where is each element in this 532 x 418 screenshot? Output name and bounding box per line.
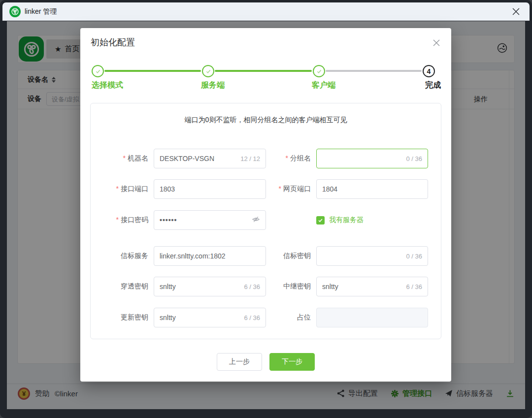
char-counter: 0 / 36 [406, 155, 422, 162]
config-form-panel: 端口为0则不监听，相同分组名之间的客户端相互可见 *机器名 DESKTOP-VS… [90, 103, 441, 339]
linker-logo-icon [9, 6, 21, 17]
beacon-key-label: 信标密钥 [266, 252, 311, 260]
dialog-title: 初始化配置 [91, 36, 135, 48]
char-counter: 0 / 36 [406, 253, 422, 260]
form-row: *机器名 DESKTOP-VSGN 12 / 12 *分组名 0 / 36 [91, 149, 441, 168]
char-counter: 6 / 36 [406, 283, 422, 290]
step-4-label: 完成 [405, 80, 441, 91]
form-row: 更新密钥 snltty 6 / 36 占位 [91, 308, 441, 327]
window-title: linker 管理 [25, 7, 57, 16]
char-counter: 12 / 12 [240, 155, 260, 162]
next-step-button[interactable]: 下一步 [269, 353, 315, 371]
punch-key-input[interactable]: snltty 6 / 36 [154, 277, 266, 296]
group-name-input[interactable]: 0 / 36 [316, 149, 428, 168]
form-hint-text: 端口为0则不监听，相同分组名之间的客户端相互可见 [91, 116, 441, 125]
char-counter: 6 / 36 [244, 314, 260, 322]
update-key-label: 更新密钥 [91, 313, 148, 322]
step-line-done [215, 70, 312, 72]
step-3-label: 客户端 [312, 80, 335, 91]
web-port-label: *网页端口 [266, 185, 311, 193]
checkbox-checked-icon [316, 216, 325, 225]
beacon-service-input[interactable]: linker.snltty.com:1802 [154, 246, 266, 266]
update-key-input[interactable]: snltty 6 / 36 [154, 308, 266, 327]
step-2-check-icon [202, 65, 214, 77]
machine-name-input[interactable]: DESKTOP-VSGN 12 / 12 [154, 149, 266, 168]
prev-step-button[interactable]: 上一步 [217, 353, 262, 371]
api-port-input[interactable]: 1803 [154, 179, 266, 199]
step-3-check-icon [313, 65, 325, 77]
step-2-label: 服务端 [201, 80, 225, 91]
relay-key-label: 中继密钥 [266, 282, 311, 291]
step-1-check-icon [92, 65, 104, 77]
beacon-service-label: 信标服务 [91, 252, 148, 260]
step-4-number: 4 [423, 65, 435, 77]
form-row: 信标服务 linker.snltty.com:1802 信标密钥 0 / 36 [91, 246, 441, 266]
step-line-done [104, 70, 201, 72]
dialog-actions: 上一步 下一步 [80, 353, 451, 371]
form-row: 穿透密钥 snltty 6 / 36 中继密钥 snltty 6 / 36 [91, 277, 441, 296]
placeholder-input [316, 308, 428, 327]
punch-key-label: 穿透密钥 [91, 282, 148, 291]
api-port-label: *接口端口 [91, 185, 148, 193]
form-row: *接口端口 1803 *网页端口 1804 [91, 179, 441, 199]
placeholder-label: 占位 [266, 313, 311, 322]
api-password-input[interactable]: •••••• [154, 210, 266, 230]
app-window: linker 管理 ★ 首页 [0, 0, 532, 418]
form-row: *接口密码 •••••• 我有服务器 [91, 210, 441, 230]
dialog-close-icon[interactable] [432, 38, 441, 48]
have-server-checkbox[interactable]: 我有服务器 [316, 216, 364, 225]
init-config-dialog: 初始化配置 4 选择模式 服务端 客户端 完成 端口为0则不监听，相同分组名之间… [80, 28, 451, 382]
eye-off-icon[interactable] [252, 215, 260, 225]
web-port-input[interactable]: 1804 [316, 179, 428, 199]
machine-name-label: *机器名 [91, 154, 148, 163]
title-bar: linker 管理 [2, 2, 530, 21]
step-1-label: 选择模式 [92, 80, 123, 91]
char-counter: 6 / 36 [244, 283, 260, 290]
group-name-label: *分组名 [266, 154, 311, 163]
have-server-label: 我有服务器 [329, 216, 364, 225]
window-close-icon[interactable] [509, 5, 523, 19]
beacon-key-input[interactable]: 0 / 36 [316, 246, 428, 266]
api-password-label: *接口密码 [91, 216, 148, 225]
step-line-pending [326, 70, 422, 72]
relay-key-input[interactable]: snltty 6 / 36 [316, 277, 428, 296]
